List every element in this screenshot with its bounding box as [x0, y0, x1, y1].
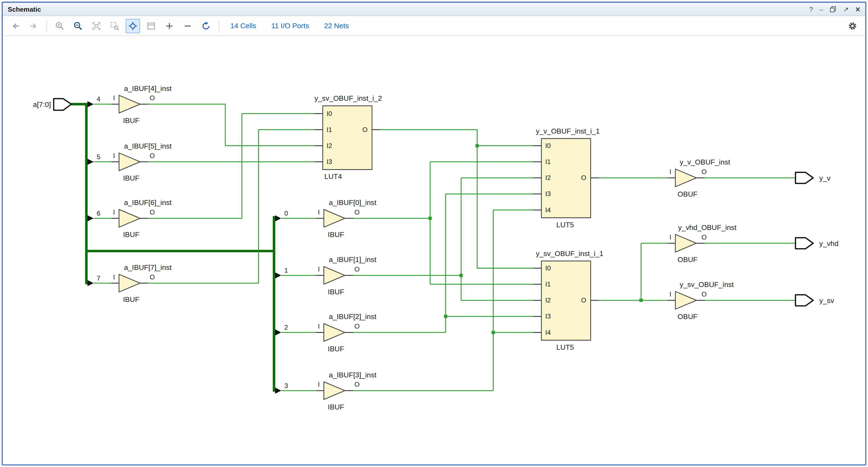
ibuf-symbol[interactable]: [119, 274, 140, 292]
forward-button[interactable]: [27, 19, 41, 33]
input-port-a[interactable]: a[7:0]: [33, 98, 71, 110]
cell-lut5-v[interactable]: y_v_OBUF_inst_i_1 I0 I1 I2 I3 I4 O LUT5: [533, 127, 600, 229]
ibuf-symbol[interactable]: [324, 382, 345, 399]
pin-label-i0: I0: [545, 264, 551, 272]
pin-label-o: O: [354, 208, 360, 216]
cell-type: IBUF: [123, 295, 139, 303]
nets-link[interactable]: 22 Nets: [324, 22, 349, 30]
cell-name: a_IBUF[1]_inst: [329, 256, 376, 264]
zoom-in-button[interactable]: [53, 19, 67, 33]
back-arrow-icon: [10, 21, 21, 31]
bus-tap-arrow: [87, 101, 93, 107]
cell-name: a_IBUF[0]_inst: [329, 199, 376, 207]
bit-index-label: 2: [284, 324, 288, 331]
output-port-yv[interactable]: y_v: [796, 172, 831, 183]
dock-button[interactable]: [144, 19, 158, 33]
settings-button[interactable]: [845, 19, 860, 33]
io-ports-link[interactable]: 11 I/O Ports: [271, 22, 309, 30]
ibuf-symbol[interactable]: [324, 267, 345, 284]
cell-lut4[interactable]: y_sv_OBUF_inst_i_2 I0 I1 I2 I3 O LUT4: [314, 94, 382, 180]
nets[interactable]: [94, 104, 796, 391]
obuf-symbol[interactable]: [675, 169, 696, 186]
output-port-label: y_sv: [819, 296, 834, 304]
input-port-label: a[7:0]: [33, 100, 51, 109]
minimize-icon[interactable]: –: [819, 6, 823, 12]
ibuf-symbol[interactable]: [119, 209, 140, 227]
bus-trunk-left[interactable]: [71, 104, 86, 284]
help-icon[interactable]: ?: [809, 6, 813, 12]
collapse-button[interactable]: [180, 19, 195, 33]
pin-label-o: O: [362, 126, 368, 133]
pin-label-o: O: [354, 381, 360, 388]
junction-dot: [429, 217, 432, 220]
cells-link[interactable]: 14 Cells: [230, 22, 256, 30]
pin-label-i: I: [113, 152, 115, 159]
pin-label-i: I: [318, 381, 320, 388]
forward-arrow-icon: [29, 21, 39, 31]
bus-taps: 4 5 6 7 0 1 2 3: [87, 95, 288, 394]
obuf-symbol[interactable]: [675, 234, 696, 252]
ibuf-symbol[interactable]: [324, 209, 345, 227]
net-a7-lut4-i1[interactable]: [148, 130, 314, 283]
output-port-shape[interactable]: [796, 172, 813, 183]
cell-name: y_sv_OBUF_inst: [680, 281, 734, 289]
obuf-symbol[interactable]: [675, 291, 696, 309]
cell-type: LUT5: [556, 343, 574, 351]
net-lut4-o[interactable]: [380, 130, 533, 268]
junction-dot: [639, 299, 643, 302]
window-title: Schematic: [8, 5, 41, 13]
input-port-shape[interactable]: [54, 98, 71, 110]
cell-name: y_v_OBUF_inst: [680, 158, 730, 166]
cell-type: IBUF: [328, 345, 344, 353]
autofit-selection-button[interactable]: [126, 19, 140, 33]
pin-label-i: I: [670, 291, 671, 298]
close-icon[interactable]: ×: [856, 5, 860, 13]
pin-label-i0: I0: [545, 142, 551, 149]
junction-dot: [460, 274, 463, 277]
zoom-fit-button[interactable]: [89, 19, 104, 33]
bus-a[interactable]: [71, 104, 274, 392]
restore-icon[interactable]: [830, 6, 837, 12]
cell-lut5-sv[interactable]: y_sv_OBUF_inst_i_1 I0 I1 I2 I3 I4 O LUT5: [533, 250, 603, 351]
titlebar: Schematic ? – ↗ ×: [3, 3, 865, 16]
zoom-out-button[interactable]: [71, 19, 85, 33]
schematic-canvas[interactable]: 4 5 6 7 0 1 2 3 a[7:0]: [3, 36, 865, 465]
pin-label-i: I: [318, 266, 320, 273]
window-controls: ? – ↗ ×: [809, 5, 860, 13]
bit-index-label: 7: [97, 274, 100, 282]
pin-label-o: O: [150, 152, 155, 159]
pin-label-i: I: [113, 208, 115, 216]
zoom-out-icon: [73, 21, 83, 31]
expand-button[interactable]: [162, 19, 177, 33]
output-port-shape[interactable]: [796, 295, 813, 306]
net-a4-lut4-i2[interactable]: [148, 104, 314, 146]
pin-label-o: O: [581, 296, 586, 304]
cell-name: a_IBUF[3]_inst: [329, 371, 376, 379]
bit-index-label: 3: [284, 382, 288, 389]
cell-name: y_sv_OBUF_inst_i_2: [314, 94, 382, 103]
regenerate-button[interactable]: [199, 19, 213, 33]
dock-icon: [146, 21, 156, 31]
pin-label-i2: I2: [327, 142, 332, 149]
gear-icon: [847, 21, 858, 31]
zoom-selection-button[interactable]: [107, 19, 122, 33]
junction-dot: [492, 331, 495, 334]
back-button[interactable]: [8, 19, 23, 33]
output-port-shape[interactable]: [796, 238, 813, 249]
cell-type: IBUF: [123, 116, 139, 125]
pin-label-i: I: [670, 168, 671, 175]
bus-tap-arrow: [275, 272, 281, 278]
cell-type: LUT5: [556, 221, 574, 229]
ibuf-symbol[interactable]: [119, 95, 140, 113]
ibuf-symbol[interactable]: [119, 153, 140, 171]
restore-squares-icon: [830, 6, 837, 12]
cell-name: y_vhd_OBUF_inst: [678, 224, 737, 232]
float-window-icon[interactable]: ↗: [843, 6, 849, 12]
cell-name: y_sv_OBUF_inst_i_1: [536, 250, 603, 258]
crosshair-icon: [128, 21, 138, 31]
output-port-yvhd[interactable]: y_vhd: [796, 238, 839, 249]
output-port-ysv[interactable]: y_sv: [796, 295, 834, 306]
schematic-window-scaler: Schematic ? – ↗ ×: [0, 0, 868, 467]
cell-type: IBUF: [123, 174, 139, 182]
ibuf-symbol[interactable]: [324, 324, 345, 341]
